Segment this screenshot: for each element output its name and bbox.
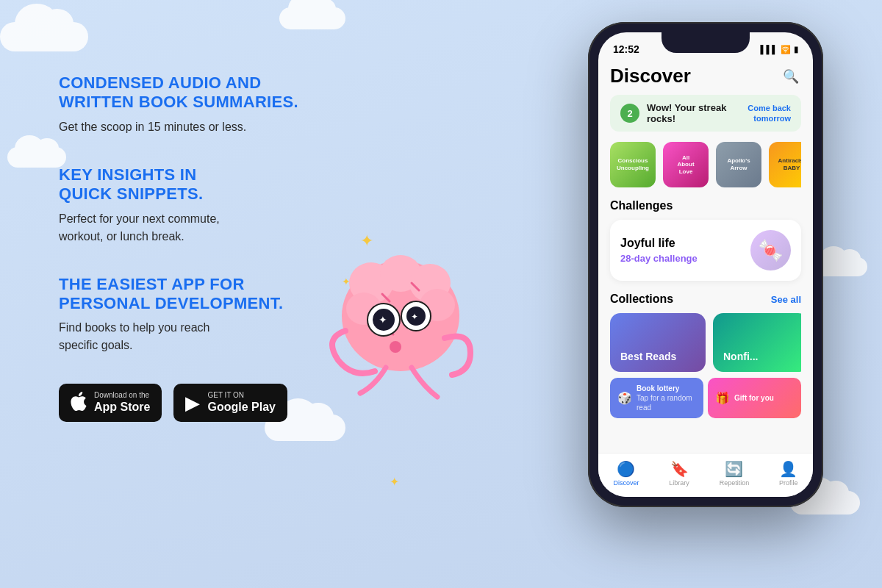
- nav-profile-label: Profile: [779, 479, 798, 487]
- cloud-decoration: [0, 22, 88, 51]
- brain-mascot: ✦ ✦: [316, 243, 485, 404]
- challenge-info: Joyful life 28-day challenge: [620, 237, 750, 264]
- svg-text:✦: ✦: [379, 314, 387, 326]
- streak-text: Wow! Your streak rocks!: [647, 102, 740, 124]
- lottery-text: Book lotteryTap for a random read: [637, 384, 696, 412]
- bottom-bars: 🎲 Book lotteryTap for a random read 🎁 Gi…: [610, 378, 801, 418]
- collection-name: Best Reads: [620, 351, 695, 363]
- feature-1-title: CONDENSED AUDIO ANDWRITTEN BOOK SUMMARIE…: [59, 74, 368, 112]
- book-cover[interactable]: ConsciousUncoupling: [610, 142, 656, 187]
- cloud-decoration: [279, 7, 345, 29]
- app-store-small-text: Download on the: [94, 391, 150, 400]
- nav-profile[interactable]: 👤 Profile: [779, 460, 798, 487]
- app-header: Discover 🔍: [610, 60, 801, 95]
- status-time: 12:52: [613, 43, 639, 55]
- streak-link[interactable]: Come backtomorrow: [747, 103, 791, 124]
- nav-repetition-label: Repetition: [720, 479, 750, 487]
- status-icons: ▌▌▌ 🛜 ▮: [761, 45, 798, 54]
- nav-library[interactable]: 🔖 Library: [669, 460, 689, 487]
- gift-text: Gift for you: [734, 393, 774, 403]
- see-all-link[interactable]: See all: [771, 294, 801, 305]
- lottery-icon: 🎲: [617, 391, 632, 405]
- cloud-decoration: [7, 147, 66, 168]
- search-icon[interactable]: 🔍: [781, 66, 801, 87]
- feature-2-desc: Perfect for your next commute,workout, o…: [59, 210, 368, 245]
- svg-point-15: [390, 341, 401, 353]
- profile-nav-icon: 👤: [779, 460, 797, 478]
- google-play-icon: ▶: [185, 393, 200, 412]
- challenge-card[interactable]: Joyful life 28-day challenge 🍬: [610, 220, 801, 281]
- svg-text:✦: ✦: [411, 312, 418, 322]
- challenge-icon: 🍬: [750, 230, 791, 270]
- google-play-small-text: GET IT ON: [207, 391, 275, 400]
- google-play-text: GET IT ON Google Play: [207, 391, 275, 414]
- feature-block-1: CONDENSED AUDIO ANDWRITTEN BOOK SUMMARIE…: [59, 74, 368, 136]
- phone-outer: 12:52 ▌▌▌ 🛜 ▮ Discover 🔍 2 Wow! Your str…: [588, 22, 823, 507]
- gift-icon: 🎁: [715, 391, 730, 405]
- battery-icon: ▮: [794, 45, 798, 54]
- challenges-label: Challenges: [610, 199, 801, 212]
- book-cover[interactable]: AllAboutLove: [663, 142, 709, 187]
- collection-name: Nonfi...: [723, 351, 798, 363]
- book-cover[interactable]: Apollo'sArrow: [716, 142, 761, 187]
- discover-nav-icon: 🔵: [617, 460, 635, 478]
- collections-header: Collections See all: [610, 293, 801, 306]
- google-play-large-text: Google Play: [207, 400, 275, 414]
- streak-number: 2: [620, 104, 639, 123]
- books-row: ConsciousUncoupling AllAboutLove Apollo'…: [610, 142, 801, 187]
- collections-label: Collections: [610, 293, 673, 306]
- nav-repetition[interactable]: 🔄 Repetition: [720, 460, 750, 487]
- book-cover[interactable]: AntiracistBABY: [769, 142, 801, 187]
- library-nav-icon: 🔖: [670, 460, 689, 478]
- repetition-nav-icon: 🔄: [725, 460, 743, 478]
- apple-icon: [71, 392, 87, 414]
- feature-2-title: KEY INSIGHTS INQUICK SNIPPETS.: [59, 165, 368, 204]
- gift-bar[interactable]: 🎁 Gift for you: [708, 378, 801, 418]
- signal-icon: ▌▌▌: [761, 45, 778, 54]
- phone-notch: [662, 32, 750, 53]
- bottom-nav: 🔵 Discover 🔖 Library 🔄 Repetition 👤 Prof…: [598, 453, 813, 497]
- wifi-icon: 🛜: [781, 45, 791, 54]
- app-store-text: Download on the App Store: [94, 391, 150, 414]
- collections-row: Best Reads Nonfi...: [610, 313, 801, 372]
- collection-card-best-reads[interactable]: Best Reads: [610, 313, 706, 372]
- phone-screen: 12:52 ▌▌▌ 🛜 ▮ Discover 🔍 2 Wow! Your str…: [598, 32, 813, 497]
- lottery-bar[interactable]: 🎲 Book lotteryTap for a random read: [610, 378, 703, 418]
- sparkle-icon: ✦: [390, 475, 399, 489]
- app-store-large-text: App Store: [94, 400, 150, 414]
- nav-library-label: Library: [669, 479, 689, 487]
- nav-discover[interactable]: 🔵 Discover: [613, 460, 639, 487]
- google-play-button[interactable]: ▶ GET IT ON Google Play: [173, 384, 287, 421]
- challenge-days: 28-day challenge: [620, 253, 750, 264]
- nav-discover-label: Discover: [613, 479, 639, 487]
- phone-mockup: 12:52 ▌▌▌ 🛜 ▮ Discover 🔍 2 Wow! Your str…: [588, 22, 838, 537]
- challenge-name: Joyful life: [620, 237, 750, 250]
- collection-card-nonfic[interactable]: Nonfi...: [713, 313, 801, 372]
- app-content: Discover 🔍 2 Wow! Your streak rocks! Com…: [598, 60, 813, 453]
- feature-1-desc: Get the scoop in 15 minutes or less.: [59, 118, 368, 136]
- feature-block-2: KEY INSIGHTS INQUICK SNIPPETS. Perfect f…: [59, 165, 368, 245]
- app-title: Discover: [610, 65, 691, 87]
- streak-banner[interactable]: 2 Wow! Your streak rocks! Come backtomor…: [610, 95, 801, 132]
- app-store-button[interactable]: Download on the App Store: [59, 384, 162, 421]
